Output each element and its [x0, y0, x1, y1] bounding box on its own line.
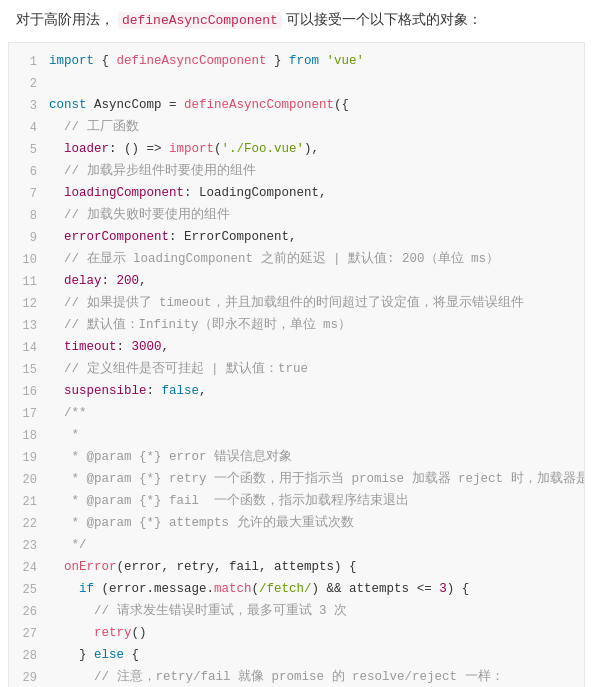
token-punc	[49, 142, 64, 156]
code-line: 19 * @param {*} error 错误信息对象	[9, 447, 584, 469]
token-punc: (error, retry, fail, attempts) {	[117, 560, 357, 574]
token-punc	[49, 274, 64, 288]
line-number: 29	[9, 667, 45, 687]
token-num: 3000	[132, 340, 162, 354]
token-punc: }	[267, 54, 290, 68]
code-line: 28 } else {	[9, 645, 584, 667]
token-punc: :	[102, 274, 117, 288]
token-kw: from	[289, 54, 319, 68]
code-line: 29 // 注意，retry/fail 就像 promise 的 resolve…	[9, 667, 584, 687]
line-content: if (error.message.match(/fetch/) && atte…	[45, 579, 584, 600]
line-number: 20	[9, 469, 45, 490]
token-prop: timeout	[64, 340, 117, 354]
token-comment: * @param {*} error 错误信息对象	[49, 450, 292, 464]
token-comment: /**	[49, 406, 87, 420]
code-line: 3const AsyncComp = defineAsyncComponent(…	[9, 95, 584, 117]
line-content: * @param {*} retry 一个函数，用于指示当 promise 加载…	[45, 469, 585, 490]
token-punc: {	[94, 54, 117, 68]
line-number: 7	[9, 183, 45, 204]
token-punc: : ErrorComponent,	[169, 230, 297, 244]
token-punc	[49, 626, 94, 640]
line-content: delay: 200,	[45, 271, 584, 292]
line-number: 23	[9, 535, 45, 556]
code-line: 16 suspensible: false,	[9, 381, 584, 403]
token-comment: */	[49, 538, 87, 552]
token-punc: ()	[132, 626, 147, 640]
token-punc: :	[117, 340, 132, 354]
line-content: retry()	[45, 623, 584, 644]
token-punc	[49, 560, 64, 574]
code-line: 27 retry()	[9, 623, 584, 645]
line-content: import { defineAsyncComponent } from 'vu…	[45, 51, 584, 72]
token-kw: else	[94, 648, 124, 662]
intro-code: defineAsyncComponent	[118, 12, 282, 29]
token-comment: // 工厂函数	[49, 120, 139, 134]
token-punc	[49, 582, 79, 596]
code-line: 1import { defineAsyncComponent } from 'v…	[9, 51, 584, 73]
line-content: // 定义组件是否可挂起 | 默认值：true	[45, 359, 584, 380]
code-line: 17 /**	[9, 403, 584, 425]
token-punc: ) {	[447, 582, 470, 596]
line-number: 13	[9, 315, 45, 336]
line-content: } else {	[45, 645, 584, 666]
line-content: // 默认值：Infinity（即永不超时，单位 ms）	[45, 315, 584, 336]
token-punc	[49, 384, 64, 398]
token-kw: import	[49, 54, 94, 68]
code-line: 24 onError(error, retry, fail, attempts)…	[9, 557, 584, 579]
code-line: 2	[9, 73, 584, 95]
code-line: 18 *	[9, 425, 584, 447]
token-punc: }	[49, 648, 94, 662]
token-comment: * @param {*} attempts 允许的最大重试次数	[49, 516, 354, 530]
token-punc	[319, 54, 327, 68]
token-fn-name: retry	[94, 626, 132, 640]
token-kw: const	[49, 98, 87, 112]
line-number: 17	[9, 403, 45, 424]
code-line: 20 * @param {*} retry 一个函数，用于指示当 promise…	[9, 469, 584, 491]
token-comment: // 定义组件是否可挂起 | 默认值：true	[49, 362, 308, 376]
token-punc: ),	[304, 142, 319, 156]
line-number: 22	[9, 513, 45, 534]
token-punc: {	[124, 648, 139, 662]
line-number: 5	[9, 139, 45, 160]
code-line: 26 // 请求发生错误时重试，最多可重试 3 次	[9, 601, 584, 623]
line-content: * @param {*} fail 一个函数，指示加载程序结束退出	[45, 491, 584, 512]
token-comment: * @param {*} fail 一个函数，指示加载程序结束退出	[49, 494, 409, 508]
line-number: 8	[9, 205, 45, 226]
token-prop: delay	[64, 274, 102, 288]
line-number: 24	[9, 557, 45, 578]
code-line: 5 loader: () => import('./Foo.vue'),	[9, 139, 584, 161]
line-content: loader: () => import('./Foo.vue'),	[45, 139, 584, 160]
intro-text: 对于高阶用法， defineAsyncComponent 可以接受一个以下格式的…	[0, 0, 593, 42]
code-line: 22 * @param {*} attempts 允许的最大重试次数	[9, 513, 584, 535]
line-number: 25	[9, 579, 45, 600]
line-content: */	[45, 535, 584, 556]
code-line: 21 * @param {*} fail 一个函数，指示加载程序结束退出	[9, 491, 584, 513]
token-prop: loadingComponent	[64, 186, 184, 200]
line-number: 16	[9, 381, 45, 402]
code-line: 10 // 在显示 loadingComponent 之前的延迟 | 默认值: …	[9, 249, 584, 271]
token-punc: (error.message.	[94, 582, 214, 596]
intro-after: 可以接受一个以下格式的对象：	[286, 11, 482, 27]
line-content: loadingComponent: LoadingComponent,	[45, 183, 584, 204]
token-str: 'vue'	[327, 54, 365, 68]
line-content: *	[45, 425, 584, 446]
line-number: 21	[9, 491, 45, 512]
token-punc: ({	[334, 98, 349, 112]
token-fn-name: defineAsyncComponent	[117, 54, 267, 68]
line-number: 6	[9, 161, 45, 182]
line-content: // 如果提供了 timeout，并且加载组件的时间超过了设定值，将显示错误组件	[45, 293, 584, 314]
token-comment: * @param {*} retry 一个函数，用于指示当 promise 加载…	[49, 472, 585, 486]
line-number: 18	[9, 425, 45, 446]
token-punc: (	[214, 142, 222, 156]
line-content: // 在显示 loadingComponent 之前的延迟 | 默认值: 200…	[45, 249, 584, 270]
line-number: 15	[9, 359, 45, 380]
line-number: 19	[9, 447, 45, 468]
token-comment: // 请求发生错误时重试，最多可重试 3 次	[49, 604, 347, 618]
intro-before: 对于高阶用法，	[16, 11, 114, 27]
line-content: * @param {*} error 错误信息对象	[45, 447, 584, 468]
token-comment: // 如果提供了 timeout，并且加载组件的时间超过了设定值，将显示错误组件	[49, 296, 524, 310]
token-bool: false	[162, 384, 200, 398]
token-punc: : LoadingComponent,	[184, 186, 327, 200]
token-num: 200	[117, 274, 140, 288]
line-number: 28	[9, 645, 45, 666]
